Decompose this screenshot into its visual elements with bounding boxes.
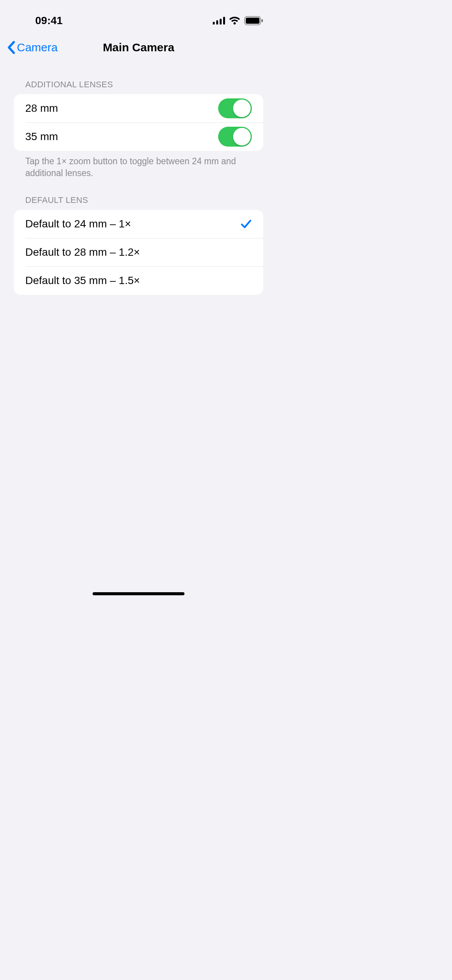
- svg-rect-0: [213, 22, 215, 24]
- cellular-icon: [213, 17, 225, 24]
- row-label-35mm: 35 mm: [25, 131, 58, 143]
- back-button-label: Camera: [17, 41, 58, 54]
- home-indicator: [93, 592, 184, 595]
- back-button[interactable]: Camera: [7, 41, 58, 54]
- battery-icon: [244, 16, 263, 25]
- group-additional-lenses: 28 mm 35 mm: [14, 94, 263, 151]
- svg-rect-1: [216, 20, 218, 24]
- toggle-35mm[interactable]: [218, 127, 252, 147]
- status-time: 09:41: [35, 15, 63, 27]
- toggle-knob: [233, 100, 251, 117]
- section-header-default-lens: DEFAULT LENS: [14, 195, 263, 210]
- row-28mm: 28 mm: [14, 94, 263, 122]
- row-35mm: 35 mm: [14, 122, 263, 151]
- chevron-left-icon: [7, 41, 15, 54]
- row-default-28mm[interactable]: Default to 28 mm – 1.2×: [14, 238, 263, 266]
- status-indicators: [213, 16, 263, 25]
- section-header-additional-lenses: ADDITIONAL LENSES: [14, 80, 263, 94]
- toggle-knob: [233, 128, 251, 145]
- svg-rect-6: [261, 19, 263, 22]
- row-label: Default to 35 mm – 1.5×: [25, 274, 140, 287]
- row-label: Default to 24 mm – 1×: [25, 218, 131, 230]
- toggle-28mm[interactable]: [218, 98, 252, 118]
- status-bar: 09:41: [0, 0, 277, 31]
- row-label: Default to 28 mm – 1.2×: [25, 246, 140, 258]
- row-default-35mm[interactable]: Default to 35 mm – 1.5×: [14, 266, 263, 295]
- group-default-lens: Default to 24 mm – 1× Default to 28 mm –…: [14, 210, 263, 295]
- section-footer-additional-lenses: Tap the 1× zoom button to toggle between…: [14, 151, 263, 179]
- wifi-icon: [229, 16, 240, 25]
- svg-rect-5: [246, 18, 259, 24]
- row-label-28mm: 28 mm: [25, 102, 58, 114]
- svg-rect-3: [223, 17, 225, 24]
- nav-header: Camera Main Camera: [0, 37, 277, 58]
- svg-rect-2: [220, 19, 222, 24]
- row-default-24mm[interactable]: Default to 24 mm – 1×: [14, 210, 263, 238]
- checkmark-icon: [240, 218, 252, 230]
